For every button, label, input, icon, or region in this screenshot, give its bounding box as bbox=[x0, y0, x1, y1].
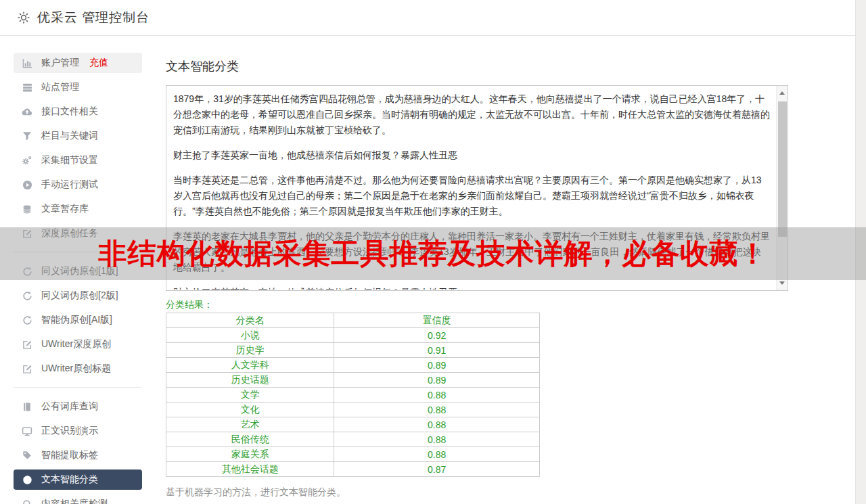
search-icon bbox=[22, 499, 32, 504]
sidebar-item-uwriter-original-title[interactable]: UWriter原创标题 bbox=[14, 359, 142, 379]
sidebar-item-manual-run-test[interactable]: 手动运行测试 bbox=[14, 175, 142, 195]
cloud-upload-icon bbox=[22, 106, 32, 117]
sidebar-item-label: 文本智能分类 bbox=[41, 474, 98, 486]
confidence-cell: 0.88 bbox=[334, 432, 540, 447]
confidence-cell: 0.88 bbox=[334, 417, 540, 432]
category-cell: 艺术 bbox=[166, 417, 334, 432]
sidebar-item-collection-settings[interactable]: 采集细节设置 bbox=[14, 150, 142, 170]
category-cell: 其他社会话题 bbox=[166, 462, 334, 477]
refresh-icon bbox=[22, 290, 32, 301]
table-row: 小说 0.92 bbox=[166, 328, 540, 343]
sidebar-item-label: 账户管理 bbox=[41, 57, 79, 69]
confidence-cell: 0.88 bbox=[334, 403, 540, 417]
category-cell: 历史学 bbox=[166, 343, 334, 358]
filter-icon bbox=[22, 131, 32, 141]
confidence-cell: 0.88 bbox=[334, 388, 540, 403]
sidebar-item-ai-rewrite[interactable]: 智能伪原创[AI版] bbox=[14, 310, 142, 330]
classification-note: 基于机器学习的方法，进行文本智能分类。 bbox=[166, 486, 866, 499]
sidebar-item-label: UWriter原创标题 bbox=[41, 363, 111, 375]
category-cell: 家庭关系 bbox=[166, 447, 334, 462]
table-row: 家庭关系 0.88 bbox=[166, 447, 540, 462]
table-row: 其他社会话题 0.87 bbox=[166, 462, 540, 477]
sidebar-item-label: 同义词伪原创[2版] bbox=[41, 290, 118, 302]
sidebar-item-uwriter-deep-original[interactable]: UWriter深度原创 bbox=[14, 334, 142, 354]
gear-icon[interactable] bbox=[17, 11, 30, 24]
table-row: 文化 0.88 bbox=[166, 403, 540, 417]
sidebar-item-synonym-rewrite-v2[interactable]: 同义词伪原创[2版] bbox=[14, 285, 142, 306]
gears-icon bbox=[22, 155, 32, 166]
sidebar-item-account-management[interactable]: 账户管理 充值 bbox=[14, 53, 142, 73]
sidebar-item-label: 采集细节设置 bbox=[41, 154, 98, 166]
sidebar-item-label: 内容相关度检测 bbox=[41, 498, 108, 504]
sidebar-item-api-files[interactable]: 接口文件相关 bbox=[14, 101, 142, 122]
server-icon bbox=[22, 82, 32, 93]
sidebar-item-text-classification[interactable]: 文本智能分类 bbox=[14, 469, 142, 490]
watermark-text: 非结构化数据采集工具推荐及技术详解，必备收藏！ bbox=[99, 235, 768, 273]
refresh-icon bbox=[22, 315, 32, 325]
database-icon bbox=[22, 204, 32, 214]
watermark-banner: 非结构化数据采集工具推荐及技术详解，必备收藏！ bbox=[0, 227, 866, 280]
scroll-up-arrow-icon[interactable] bbox=[777, 87, 788, 99]
book-icon bbox=[22, 401, 32, 412]
sidebar-item-label: 站点管理 bbox=[41, 81, 79, 93]
category-cell: 小说 bbox=[166, 328, 334, 343]
sidebar-divider bbox=[14, 387, 142, 388]
column-header: 分类名 bbox=[166, 313, 334, 328]
category-cell: 人文学科 bbox=[166, 358, 334, 373]
recharge-badge[interactable]: 充值 bbox=[89, 57, 108, 69]
confidence-cell: 0.91 bbox=[334, 343, 540, 358]
confidence-cell: 0.89 bbox=[334, 373, 540, 388]
table-row: 艺术 0.88 bbox=[166, 417, 540, 432]
textarea-scrollbar-thumb[interactable] bbox=[778, 101, 787, 237]
table-row: 历史话题 0.89 bbox=[166, 373, 540, 388]
table-row: 民俗传统 0.88 bbox=[166, 432, 540, 447]
sidebar-item-label: 手动运行测试 bbox=[41, 179, 98, 191]
textarea-paragraph: 1879年，31岁的李莲英出任储秀宫四品花翎总管，成为慈禧身边的大红人。这年春天… bbox=[173, 91, 771, 138]
edit-icon bbox=[22, 363, 32, 374]
textarea-paragraph: 财主抢了李莲英家一亩地，他成慈禧亲信后如何报复？暴露人性丑恶 bbox=[173, 285, 771, 290]
sidebar-item-public-lexicon-query[interactable]: 公有词库查询 bbox=[14, 396, 142, 417]
sidebar-item-label: 智能伪原创[AI版] bbox=[41, 314, 112, 326]
sidebar-item-label: UWriter深度原创 bbox=[41, 338, 111, 350]
play-icon bbox=[22, 179, 32, 190]
confidence-cell: 0.88 bbox=[334, 447, 540, 462]
sidebar-item-label: 文章暂存库 bbox=[41, 203, 89, 215]
sidebar-item-label: 智能提取标签 bbox=[41, 449, 98, 461]
category-cell: 文化 bbox=[166, 403, 334, 417]
sidebar-item-label: 接口文件相关 bbox=[41, 106, 98, 118]
sidebar-item-site-management[interactable]: 站点管理 bbox=[14, 77, 142, 97]
sidebar-item-content-relevance-check[interactable]: 内容相关度检测 bbox=[14, 494, 142, 504]
sidebar-item-label: 正文识别演示 bbox=[41, 425, 98, 437]
sidebar-item-smart-tag-extraction[interactable]: 智能提取标签 bbox=[14, 445, 142, 465]
app-root: 优采云 管理控制台 账户管理 充值 站点管理 接口文件相关 栏目与关键词 采集细… bbox=[0, 0, 866, 504]
confidence-cell: 0.89 bbox=[334, 358, 540, 373]
pie-icon bbox=[22, 474, 32, 485]
results-label: 分类结果： bbox=[166, 299, 866, 311]
sidebar-item-body-recognition-demo[interactable]: 正文识别演示 bbox=[14, 421, 142, 441]
monitor-icon bbox=[22, 426, 32, 436]
table-row: 历史学 0.91 bbox=[166, 343, 540, 358]
category-cell: 历史话题 bbox=[166, 373, 334, 388]
sidebar-item-article-cache[interactable]: 文章暂存库 bbox=[14, 199, 142, 219]
bar-chart-icon bbox=[22, 58, 32, 68]
confidence-cell: 0.87 bbox=[334, 462, 540, 477]
category-cell: 文学 bbox=[166, 388, 334, 403]
sidebar-item-label: 公有词库查询 bbox=[41, 400, 98, 413]
table-header-row: 分类名置信度 bbox=[166, 313, 540, 328]
table-row: 文学 0.88 bbox=[166, 388, 540, 403]
app-header: 优采云 管理控制台 bbox=[0, 0, 866, 36]
tag-icon bbox=[22, 450, 32, 461]
page-title: 文本智能分类 bbox=[166, 58, 866, 74]
table-row: 人文学科 0.89 bbox=[166, 358, 540, 373]
textarea-paragraph: 当时李莲英还是二总管，这件事他再清楚不过。那么他为何还要冒险向慈禧请求出宫呢？主… bbox=[173, 173, 771, 219]
results-table: 分类名置信度 小说 0.92 历史学 0.91 人文学科 0.89 历史话题 0… bbox=[166, 313, 540, 477]
sidebar-item-label: 栏目与关键词 bbox=[41, 130, 98, 142]
textarea-paragraph: 财主抢了李莲英家一亩地，他成慈禧亲信后如何报复？暴露人性丑恶 bbox=[173, 147, 771, 163]
category-cell: 民俗传统 bbox=[166, 432, 334, 447]
edit-icon bbox=[22, 339, 32, 350]
sidebar-item-columns-keywords[interactable]: 栏目与关键词 bbox=[14, 126, 142, 146]
app-title: 优采云 管理控制台 bbox=[37, 9, 150, 26]
confidence-cell: 0.92 bbox=[334, 328, 540, 343]
column-header: 置信度 bbox=[334, 313, 540, 328]
